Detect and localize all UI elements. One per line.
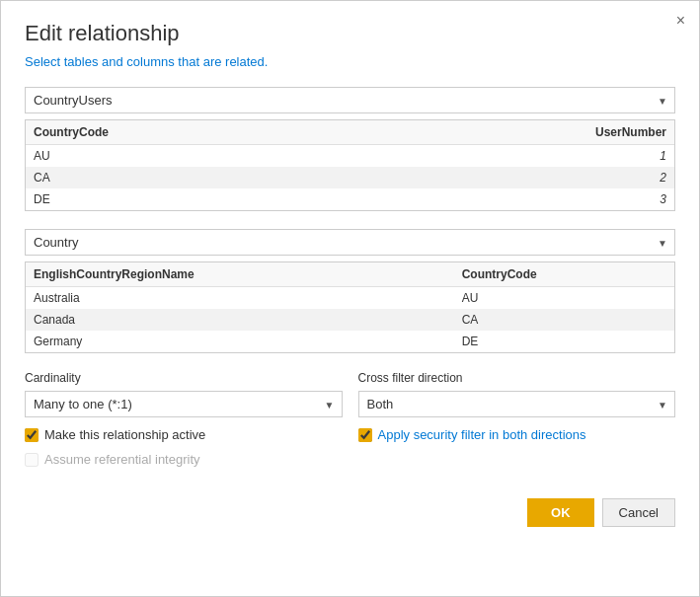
- table2-dropdown[interactable]: Country: [25, 229, 675, 256]
- table1-cell-col2: 1: [357, 145, 674, 168]
- cross-filter-dropdown-wrap: BothSingle ▼: [358, 391, 676, 417]
- active-checkbox-row: Make this relationship active: [25, 427, 343, 442]
- security-checkbox-row: Apply security filter in both directions: [358, 427, 676, 442]
- active-checkbox-label: Make this relationship active: [44, 427, 205, 442]
- table2-cell-col2: DE: [454, 331, 674, 352]
- table-row: AustraliaAU: [26, 287, 674, 310]
- table2-cell-col2: AU: [454, 287, 674, 310]
- table2-header-row: EnglishCountryRegionName CountryCode: [26, 262, 674, 287]
- cross-filter-dropdown[interactable]: BothSingle: [358, 391, 676, 417]
- dialog-footer: OK Cancel: [25, 490, 675, 527]
- table-row: CanadaCA: [26, 309, 674, 331]
- table2: EnglishCountryRegionName CountryCode Aus…: [26, 262, 674, 352]
- table2-cell-col2: CA: [454, 309, 674, 331]
- cardinality-dropdown-wrap: Many to one (*:1)One to one (1:1)One to …: [25, 391, 343, 417]
- table-row: CA2: [26, 167, 674, 188]
- table1-dropdown-wrap: CountryUsers ▼: [25, 87, 675, 113]
- table2-col2-header: CountryCode: [454, 262, 674, 287]
- table2-container: EnglishCountryRegionName CountryCode Aus…: [25, 261, 675, 353]
- table1-cell-col1: CA: [26, 167, 357, 188]
- table-row: AU1: [26, 145, 674, 168]
- ok-button[interactable]: OK: [527, 498, 594, 527]
- cancel-button[interactable]: Cancel: [602, 498, 675, 527]
- table2-cell-col1: Germany: [26, 331, 454, 352]
- security-checkbox[interactable]: [358, 428, 372, 442]
- integrity-checkbox[interactable]: [25, 453, 39, 467]
- cardinality-dropdown[interactable]: Many to one (*:1)One to one (1:1)One to …: [25, 391, 343, 417]
- bottom-section: Cardinality Many to one (*:1)One to one …: [25, 371, 675, 467]
- table2-cell-col1: Canada: [26, 309, 454, 331]
- table1-col2-header: UserNumber: [357, 120, 674, 145]
- table1-cell-col1: DE: [26, 188, 357, 210]
- dialog-title: Edit relationship: [25, 21, 675, 46]
- cross-filter-section: Cross filter direction BothSingle ▼ Appl…: [358, 371, 676, 467]
- cross-filter-label: Cross filter direction: [358, 371, 676, 385]
- table-row: GermanyDE: [26, 331, 674, 352]
- table1-header-row: CountryCode UserNumber: [26, 120, 674, 145]
- integrity-checkbox-row: Assume referential integrity: [25, 452, 343, 467]
- table-row: DE3: [26, 188, 674, 210]
- integrity-checkbox-label: Assume referential integrity: [44, 452, 200, 467]
- table1-cell-col2: 3: [357, 188, 674, 210]
- table1-dropdown[interactable]: CountryUsers: [25, 87, 675, 113]
- dialog-subtitle: Select tables and columns that are relat…: [25, 54, 675, 69]
- cardinality-section: Cardinality Many to one (*:1)One to one …: [25, 371, 343, 467]
- table2-col1-header: EnglishCountryRegionName: [26, 262, 454, 287]
- table1: CountryCode UserNumber AU1CA2DE3: [26, 120, 674, 210]
- cardinality-label: Cardinality: [25, 371, 343, 385]
- table1-cell-col2: 2: [357, 167, 674, 188]
- table2-dropdown-wrap: Country ▼: [25, 229, 675, 256]
- close-button[interactable]: ×: [676, 13, 685, 29]
- table1-container: CountryCode UserNumber AU1CA2DE3: [25, 119, 675, 211]
- table1-col1-header: CountryCode: [26, 120, 357, 145]
- table2-cell-col1: Australia: [26, 287, 454, 310]
- table1-cell-col1: AU: [26, 145, 357, 168]
- edit-relationship-dialog: × Edit relationship Select tables and co…: [0, 0, 700, 597]
- security-checkbox-label: Apply security filter in both directions: [378, 427, 586, 442]
- active-checkbox[interactable]: [25, 428, 39, 442]
